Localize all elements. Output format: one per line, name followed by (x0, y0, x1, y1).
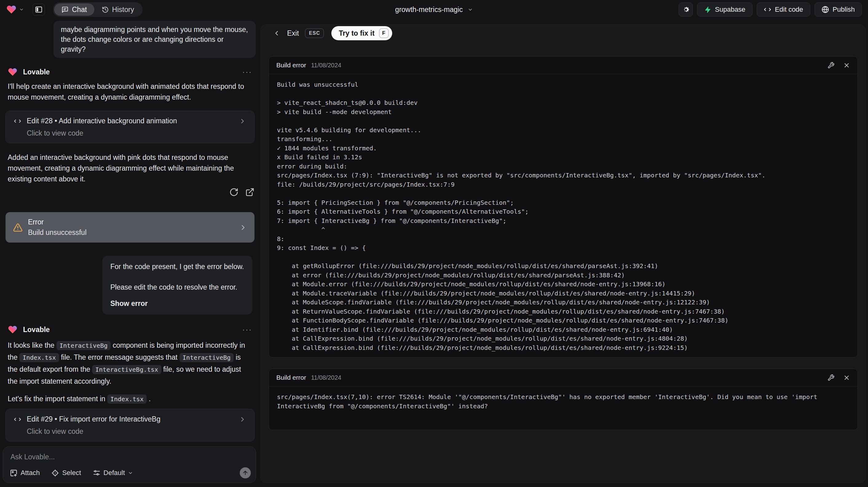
message-menu-button[interactable]: ··· (242, 325, 252, 335)
edit-card-28[interactable]: Edit #28 • Add interactive background an… (5, 111, 254, 143)
assistant-text: I'll help create an interactive backgrou… (8, 81, 252, 103)
edit-card-title: Edit #28 • Add interactive background an… (27, 117, 177, 125)
lovable-heart-icon (6, 4, 17, 15)
build-error-card: Build error 11/08/2024 Build was unsucce… (269, 56, 858, 358)
error-card-subtitle: Build unsuccessful (28, 229, 87, 237)
assistant-name: Lovable (23, 68, 50, 76)
topbar-actions: Supabase Edit code Publish (679, 2, 862, 17)
project-name: growth-metrics-magic (395, 5, 463, 14)
code-brackets-icon (764, 6, 771, 13)
assistant-message-header: Lovable ··· (8, 325, 252, 335)
history-clock-icon (102, 6, 109, 13)
wrench-icon[interactable] (828, 62, 835, 69)
chevron-right-icon (239, 117, 246, 125)
show-error-link[interactable]: Show error (110, 299, 244, 308)
assistant-text-rich: Let's fix the import statement in Index.… (8, 394, 252, 405)
close-icon[interactable] (843, 62, 850, 69)
chat-scroll-area[interactable]: maybe diagramming points and when you mo… (0, 19, 260, 447)
lovable-heart-icon (8, 325, 18, 335)
user-message: maybe diagramming points and when you mo… (54, 21, 256, 58)
build-error-log: Build was unsuccessful > vite_react_shad… (277, 80, 849, 352)
mode-selector[interactable]: Default (93, 469, 133, 477)
build-error-card-header: Build error 11/08/2024 (269, 369, 858, 387)
globe-icon (822, 6, 829, 13)
select-label: Select (62, 469, 81, 477)
inline-code-chip: InteractiveBg (57, 341, 111, 350)
edit-card-title: Edit #29 • Fix import error for Interact… (27, 415, 160, 423)
open-external-icon[interactable] (245, 187, 254, 197)
f-key-badge: F (379, 28, 389, 38)
build-error-log-container[interactable]: src/pages/Index.tsx(7,10): error TS2614:… (269, 387, 858, 417)
build-error-summary-card[interactable]: Error Build unsuccessful (5, 212, 254, 243)
message-actions (5, 187, 254, 197)
chevron-left-icon[interactable] (273, 30, 280, 37)
exit-button[interactable]: Exit (287, 29, 299, 37)
user-message-line: For the code present, I get the error be… (110, 262, 244, 272)
chevron-down-icon (128, 470, 133, 476)
top-bar: Chat History growth-metrics-magic Supaba… (0, 0, 868, 19)
chat-history-tabs: Chat History (53, 2, 143, 17)
inline-code-chip: InteractiveBg (180, 353, 234, 362)
assistant-text-rich: It looks like the InteractiveBg componen… (8, 339, 252, 387)
edit-card-29[interactable]: Edit #29 • Fix import error for Interact… (5, 409, 254, 442)
chat-panel: maybe diagramming points and when you mo… (0, 19, 260, 487)
publish-button[interactable]: Publish (814, 2, 862, 17)
esc-key-badge: ESC (305, 28, 324, 38)
supabase-bolt-icon (704, 6, 711, 13)
arrow-up-icon (242, 470, 248, 476)
assistant-message-header: Lovable ··· (8, 67, 252, 77)
build-error-date: 11/08/2024 (311, 374, 341, 381)
chat-input[interactable] (10, 453, 248, 465)
target-icon (51, 469, 59, 477)
chevron-down-icon (19, 7, 24, 12)
message-menu-button[interactable]: ··· (242, 67, 252, 77)
build-error-card-header: Build error 11/08/2024 (269, 57, 858, 74)
tab-chat-label: Chat (72, 5, 87, 14)
gear-icon (682, 6, 690, 13)
send-button[interactable] (240, 467, 251, 478)
lovable-logo-menu[interactable] (6, 4, 24, 15)
build-error-panel: Exit ESC Try to fix it F Build error 11/… (260, 25, 866, 483)
publish-label: Publish (833, 5, 855, 13)
sidebar-toggle-button[interactable] (33, 3, 45, 16)
code-brackets-icon (14, 416, 21, 423)
lovable-heart-icon (8, 67, 18, 77)
inline-code-chip: Index.tsx (19, 353, 59, 362)
build-error-date: 11/08/2024 (311, 62, 341, 69)
project-switcher[interactable]: growth-metrics-magic (395, 0, 473, 19)
close-icon[interactable] (843, 374, 850, 381)
fix-panel-header: Exit ESC Try to fix it F (273, 26, 392, 40)
attach-image-icon (10, 469, 18, 477)
try-to-fix-button[interactable]: Try to fix it F (331, 26, 392, 40)
inline-code-chip: Index.tsx (107, 394, 147, 404)
chat-bubble-icon (61, 6, 68, 13)
supabase-button[interactable]: Supabase (697, 2, 752, 17)
build-error-log-container[interactable]: Build was unsuccessful > vite_react_shad… (269, 74, 858, 358)
chat-composer: Attach Select Default (3, 447, 256, 483)
attach-button[interactable]: Attach (10, 469, 40, 477)
restore-icon[interactable] (229, 187, 239, 197)
tab-history[interactable]: History (94, 3, 142, 16)
sliders-icon (93, 469, 100, 477)
edit-code-button[interactable]: Edit code (757, 2, 810, 17)
assistant-text: Added an interactive background with pin… (8, 152, 252, 184)
code-brackets-icon (14, 117, 21, 125)
select-element-button[interactable]: Select (51, 469, 81, 477)
settings-button[interactable] (679, 2, 693, 17)
edit-card-subtitle: Click to view code (27, 427, 246, 436)
build-error-card: Build error 11/08/2024 src/pages/Index.t… (269, 369, 858, 430)
chevron-down-icon (467, 7, 473, 12)
build-error-title: Build error (276, 61, 306, 69)
tab-chat[interactable]: Chat (54, 3, 94, 16)
tab-history-label: History (112, 5, 134, 14)
user-message-line: Please edit the code to resolve the erro… (110, 282, 244, 292)
attach-label: Attach (21, 469, 40, 477)
edit-code-label: Edit code (775, 5, 803, 13)
wrench-icon[interactable] (828, 374, 835, 381)
panel-left-icon (35, 5, 43, 13)
error-card-title: Error (28, 218, 87, 226)
chevron-right-icon (239, 223, 247, 232)
inline-code-chip: InteractiveBg.tsx (92, 365, 161, 374)
chevron-right-icon (239, 416, 246, 423)
user-message: For the code present, I get the error be… (102, 256, 252, 314)
